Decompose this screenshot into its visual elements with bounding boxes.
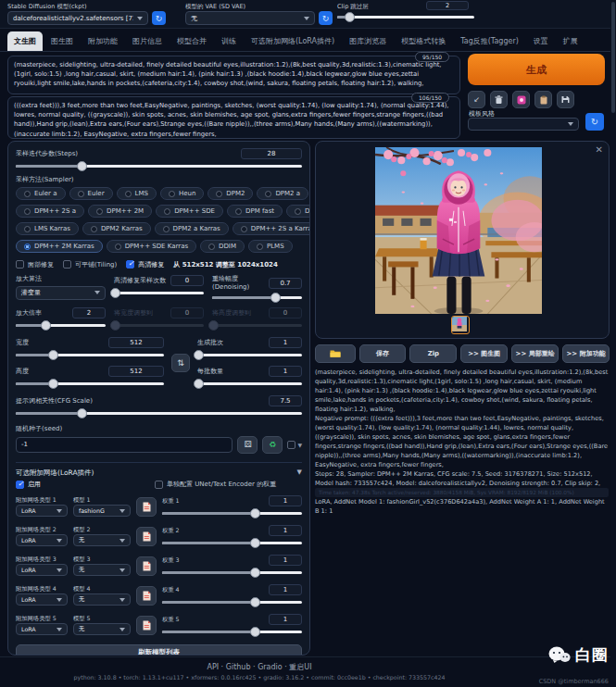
hires-fix-checkbox[interactable]: 高清修复	[126, 260, 164, 269]
lora-weight-value[interactable]: 1	[269, 584, 302, 595]
tab-image-browser[interactable]: 图库浏览器	[343, 31, 393, 51]
tab-txt2img[interactable]: 文生图	[7, 31, 43, 51]
tab-img2img[interactable]: 图生图	[44, 31, 80, 51]
width-slider[interactable]	[16, 350, 164, 360]
lora-type-dropdown[interactable]: LoRA	[16, 534, 68, 546]
styles-refresh-button[interactable]: ↻	[585, 113, 604, 131]
lora-accordion-title[interactable]: 可选附加网络(LoRA插件)	[16, 468, 94, 477]
lora-type-dropdown[interactable]: LoRA	[16, 593, 68, 606]
lora-enable-checkbox[interactable]: 启用	[16, 481, 150, 489]
upscaler-dropdown[interactable]: 潜变量	[16, 286, 106, 300]
sampler-dpm-fast[interactable]: DPM fast	[227, 205, 283, 218]
zip-button[interactable]: Zip	[409, 344, 457, 363]
lora-weight-slider[interactable]	[162, 508, 302, 518]
lora-weight-value[interactable]: 1	[269, 614, 302, 625]
negative-prompt-input[interactable]: (((extra feet))),3 feet,more than two fe…	[7, 96, 460, 139]
sampler-dpm2-a[interactable]: DPM2 a	[257, 187, 308, 200]
save-button[interactable]: 保存	[359, 344, 407, 363]
sampler-dpm2[interactable]: DPM2	[207, 187, 253, 200]
generate-button[interactable]: 生成	[468, 54, 605, 85]
tab-settings[interactable]: 设置	[527, 31, 555, 51]
tab-additional-networks[interactable]: 可选附加网络(LoRA插件)	[245, 31, 341, 51]
lora-model-dropdown[interactable]: 无	[73, 564, 131, 576]
batch-count-value[interactable]: 1	[269, 337, 302, 348]
sampler-dpmpp-2m-karras[interactable]: DPM++ 2M Karras	[16, 240, 103, 253]
sampler-dpmpp-sde-karras[interactable]: DPM++ SDE Karras	[107, 240, 196, 253]
send-to-inpaint-button[interactable]: >> 局部重绘	[511, 344, 559, 363]
cfg-slider[interactable]	[16, 408, 302, 418]
clear-prompt-button[interactable]	[490, 91, 508, 108]
lora-separate-weights-checkbox[interactable]: 单独配置 UNet/Text Encoder 的权重	[155, 481, 276, 489]
send-to-img2img-button[interactable]: >> 图生图	[460, 344, 508, 363]
lora-weight-slider[interactable]	[162, 568, 302, 578]
styles-dropdown[interactable]	[468, 118, 579, 131]
sampler-dpmpp-2m[interactable]: DPM++ 2M	[88, 205, 152, 218]
extra-networks-button[interactable]	[512, 91, 530, 108]
width-value[interactable]: 512	[108, 337, 164, 348]
apply-style-button[interactable]	[534, 91, 552, 108]
steps-value[interactable]: 28	[241, 148, 302, 159]
tab-tagger[interactable]: Tag反推(Tagger)	[454, 31, 525, 51]
lora-weight-slider[interactable]	[162, 597, 302, 607]
lora-weight-value[interactable]: 1	[269, 555, 302, 566]
vae-refresh-button[interactable]: ↻	[319, 11, 333, 25]
lora-model-dropdown[interactable]: 无	[73, 593, 131, 606]
lora-weight-slider[interactable]	[162, 627, 302, 637]
tab-extensions[interactable]: 扩展	[557, 31, 585, 51]
upscale-by-slider[interactable]	[16, 320, 106, 331]
gallery-thumbnail[interactable]	[451, 316, 470, 334]
lora-type-dropdown[interactable]: LoRA	[16, 505, 68, 517]
tab-model-converter[interactable]: 模型格式转换	[395, 31, 452, 51]
sampler-euler-a[interactable]: Euler a	[16, 187, 66, 200]
lora-model-info-button[interactable]	[136, 586, 157, 606]
negative-token-counter[interactable]: 106/150	[411, 93, 449, 103]
send-to-extras-button[interactable]: >> 附加功能	[562, 344, 610, 363]
swap-dimensions-button[interactable]: ⇅	[171, 354, 190, 372]
lora-model-info-button[interactable]	[136, 497, 157, 517]
sampler-dpm2-a-karras[interactable]: DPM2 a Karras	[155, 222, 229, 235]
sampler-euler[interactable]: Euler	[69, 187, 113, 200]
sampler-dpmpp-2s-a[interactable]: DPM++ 2S a	[16, 205, 84, 218]
height-value[interactable]: 512	[108, 366, 164, 377]
sampler-dpm2-karras[interactable]: DPM2 Karras	[82, 222, 151, 235]
sampler-lms-karras[interactable]: LMS Karras	[16, 222, 79, 235]
lora-model-info-button[interactable]	[136, 527, 157, 546]
height-slider[interactable]	[16, 379, 164, 389]
tiling-checkbox[interactable]: 可平铺(Tiling)	[63, 260, 117, 269]
reload-ui-link[interactable]: 重启UI	[289, 663, 311, 671]
lora-weight-value[interactable]: 1	[269, 495, 302, 506]
lora-model-dropdown[interactable]: fashionG	[73, 505, 131, 517]
prompt-input[interactable]: (masterpiece, sidelighting, ultra-detail…	[7, 56, 460, 94]
lora-type-dropdown[interactable]: LoRA	[16, 564, 68, 576]
hires-steps-slider[interactable]	[114, 288, 204, 298]
batch-count-slider[interactable]	[197, 350, 302, 360]
open-folder-button[interactable]	[315, 344, 356, 363]
batch-size-slider[interactable]	[197, 379, 302, 389]
generated-image[interactable]	[375, 147, 542, 314]
gradio-link[interactable]: Gradio	[258, 663, 283, 671]
random-seed-button[interactable]: ⚄	[237, 436, 258, 454]
refresh-models-button[interactable]: 刷新模型列表	[16, 644, 302, 656]
sampler-dpm-adaptive[interactable]: DPM adaptive	[286, 205, 310, 218]
lora-type-dropdown[interactable]: LoRA	[16, 623, 68, 635]
prompt-token-counter[interactable]: 95/150	[415, 52, 449, 62]
save-style-button[interactable]	[557, 91, 574, 108]
paste-params-button[interactable]: ↙	[468, 91, 485, 108]
hires-steps-value[interactable]: 0	[170, 275, 204, 286]
reuse-seed-button[interactable]: ♻	[262, 436, 283, 454]
lora-model-dropdown[interactable]: 无	[73, 623, 131, 635]
sampler-dpmpp-sde[interactable]: DPM++ SDE	[156, 205, 223, 218]
clip-skip-value[interactable]: 2	[426, 1, 469, 10]
denoise-slider[interactable]	[212, 293, 302, 303]
tab-extras[interactable]: 附加功能	[82, 31, 124, 51]
model-dropdown[interactable]: dalceforealistictallyv2.safetensors [733…	[7, 11, 148, 25]
api-link[interactable]: API	[207, 663, 219, 671]
steps-slider[interactable]	[16, 161, 302, 171]
accordion-collapse-icon[interactable]: ▼	[297, 468, 302, 476]
github-link[interactable]: Github	[226, 663, 251, 671]
sampler-heun[interactable]: Heun	[160, 187, 204, 200]
denoise-value[interactable]: 0.7	[269, 278, 302, 289]
tab-checkpoint-merger[interactable]: 模型合并	[170, 31, 213, 51]
model-refresh-button[interactable]: ↻	[152, 11, 166, 25]
restore-faces-checkbox[interactable]: 面部修复	[16, 260, 54, 269]
